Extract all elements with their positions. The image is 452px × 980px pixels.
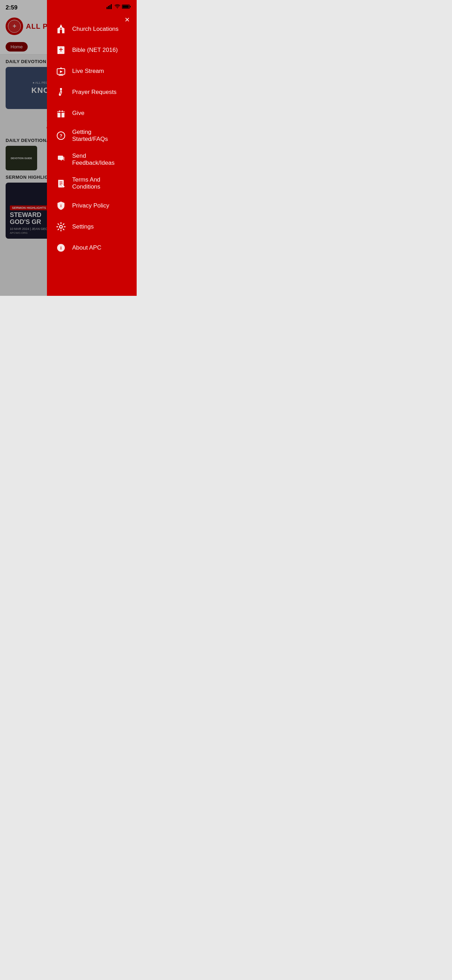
svg-point-37 — [60, 225, 62, 228]
menu-list: Church Locations Bible (NET 2016) — [56, 19, 128, 258]
menu-item-privacy[interactable]: i Privacy Policy — [56, 196, 128, 216]
bible-icon — [56, 45, 67, 56]
svg-rect-4 — [108, 6, 109, 9]
svg-point-25 — [59, 94, 61, 96]
about-label: About APC — [72, 244, 101, 251]
bible-label: Bible (NET 2016) — [72, 47, 118, 54]
privacy-icon: i — [56, 200, 67, 212]
status-icons-drawer — [107, 4, 131, 9]
menu-item-church-locations[interactable]: Church Locations — [56, 19, 128, 39]
faq-icon: ? — [56, 130, 67, 141]
church-locations-label: Church Locations — [72, 25, 118, 33]
battery-icon — [122, 4, 131, 9]
give-label: Give — [72, 110, 84, 117]
feedback-icon — [56, 154, 67, 165]
menu-item-feedback[interactable]: Send Feedback/Ideas — [56, 148, 128, 171]
signal-icon — [107, 4, 113, 9]
menu-item-live-stream[interactable]: Live Stream — [56, 61, 128, 81]
terms-label: Terms And Conditions — [72, 176, 128, 190]
svg-rect-12 — [60, 30, 62, 33]
menu-item-settings[interactable]: Settings — [56, 216, 128, 237]
svg-rect-6 — [111, 4, 112, 9]
menu-item-give[interactable]: Give — [56, 103, 128, 123]
svg-text:i: i — [60, 245, 62, 251]
svg-rect-29 — [57, 112, 65, 113]
menu-item-about[interactable]: i About APC — [56, 238, 128, 258]
about-icon: i — [56, 242, 67, 253]
svg-text:?: ? — [60, 133, 62, 138]
svg-marker-23 — [60, 70, 63, 73]
live-stream-icon — [56, 65, 67, 77]
give-icon — [56, 108, 67, 119]
terms-icon — [56, 178, 67, 189]
svg-rect-8 — [130, 6, 131, 7]
svg-rect-15 — [57, 46, 59, 54]
settings-icon — [56, 221, 67, 232]
prayer-icon — [56, 87, 67, 98]
svg-rect-3 — [107, 7, 108, 9]
close-button[interactable]: × — [125, 16, 130, 24]
svg-text:i: i — [60, 204, 61, 208]
menu-item-terms[interactable]: Terms And Conditions — [56, 172, 128, 195]
settings-label: Settings — [72, 223, 94, 230]
church-locations-icon — [56, 24, 67, 35]
prayer-label: Prayer Requests — [72, 89, 117, 96]
feedback-label: Send Feedback/Ideas — [72, 153, 128, 167]
svg-rect-5 — [109, 5, 110, 9]
side-drawer: × Church Locations — [47, 0, 137, 296]
menu-item-bible[interactable]: Bible (NET 2016) — [56, 40, 128, 60]
privacy-label: Privacy Policy — [72, 202, 109, 209]
live-stream-label: Live Stream — [72, 68, 104, 75]
svg-rect-13 — [60, 28, 62, 29]
wifi-icon — [115, 4, 120, 9]
menu-item-prayer[interactable]: Prayer Requests — [56, 82, 128, 102]
faq-label: Getting Started/FAQs — [72, 129, 128, 143]
menu-item-faq[interactable]: ? Getting Started/FAQs — [56, 124, 128, 147]
svg-rect-9 — [123, 6, 129, 8]
